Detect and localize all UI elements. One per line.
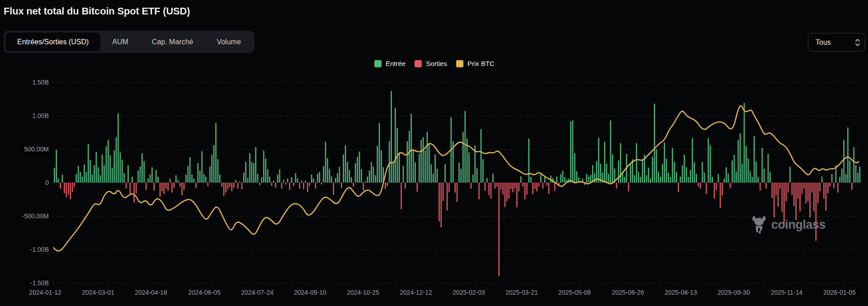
y-tick-label: 1.50B	[4, 78, 49, 87]
y-tick-label: -1.50B	[4, 278, 49, 287]
inflow-swatch-icon	[374, 60, 382, 67]
tab-cap-marche[interactable]: Cap. Marché	[140, 33, 205, 51]
etf-flow-dashboard: Flux net total du Bitcoin Spot ETF (USD)…	[0, 0, 868, 306]
x-tick-label: 2024-01-12	[18, 288, 72, 297]
x-tick-label: 2025-03-21	[495, 288, 549, 297]
x-tick-label: 2024-09-10	[283, 288, 337, 297]
chart-tabbar: Entrées/Sorties (USD) AUM Cap. Marché Vo…	[4, 31, 255, 53]
x-tick-label: 2024-12-12	[389, 288, 443, 297]
x-tick-label: 2025-06-26	[601, 288, 655, 297]
x-tick-label: 2025-09-30	[707, 288, 761, 297]
legend-label: Entrée	[386, 60, 406, 67]
x-tick-label: 2025-05-08	[547, 288, 602, 297]
y-tick-label: 500.00M	[4, 145, 49, 154]
tab-entrees-sorties-usd[interactable]: Entrées/Sorties (USD)	[5, 33, 100, 51]
legend-label: Prix BTC	[467, 60, 495, 67]
time-range-select[interactable]: Tous	[808, 33, 865, 52]
x-tick-label: 2025-08-13	[654, 288, 708, 297]
coinglass-bull-icon	[750, 215, 768, 234]
chart-legend: Entrée Sorties Prix BTC	[374, 60, 495, 67]
x-tick-label: 2024-10-25	[336, 288, 390, 297]
tab-aum[interactable]: AUM	[100, 33, 140, 51]
watermark-brand: coinglass	[771, 218, 826, 232]
legend-item-prix-btc[interactable]: Prix BTC	[456, 60, 495, 67]
x-tick-label: 2024-04-18	[124, 288, 178, 297]
y-tick-label: -500.00M	[4, 212, 49, 221]
tab-volume[interactable]: Volume	[205, 33, 252, 51]
y-tick-label: 1.00B	[4, 111, 49, 120]
x-tick-label: 2026-01-05	[812, 288, 867, 297]
outflow-swatch-icon	[415, 60, 422, 67]
coinglass-watermark: coinglass	[750, 215, 826, 234]
y-tick-label: -1.00B	[4, 245, 49, 254]
x-tick-label: 2025-11-14	[760, 288, 814, 297]
y-tick-label: 0	[4, 178, 49, 187]
x-tick-label: 2025-02-03	[442, 288, 496, 297]
x-tick-label: 2024-06-05	[177, 288, 231, 297]
legend-item-sorties[interactable]: Sorties	[415, 60, 447, 67]
time-range-value: Tous	[816, 38, 831, 47]
x-tick-label: 2024-07-24	[230, 288, 284, 297]
legend-item-entree[interactable]: Entrée	[374, 60, 406, 67]
page-title: Flux net total du Bitcoin Spot ETF (USD)	[4, 5, 190, 17]
price-swatch-icon	[456, 60, 463, 67]
chevron-up-down-icon	[855, 38, 860, 47]
legend-label: Sorties	[426, 60, 447, 67]
x-tick-label: 2024-03-01	[71, 288, 125, 297]
